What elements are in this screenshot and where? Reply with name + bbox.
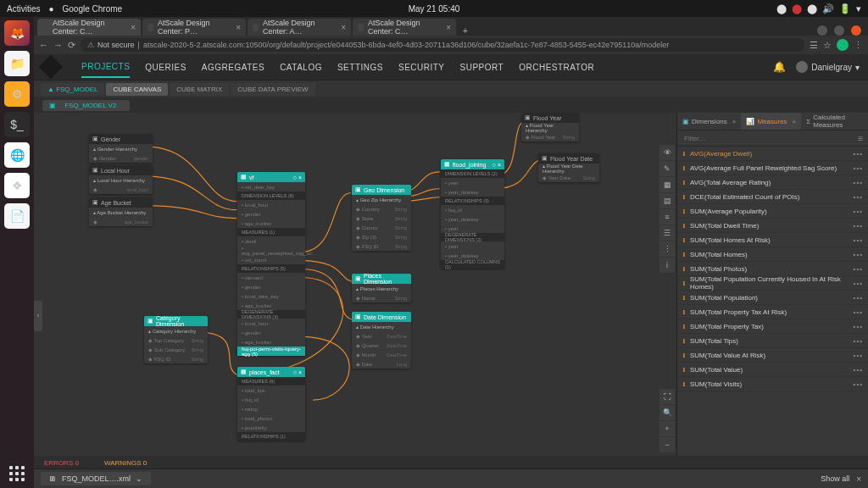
close-window-icon[interactable]	[851, 25, 861, 36]
doc-icon[interactable]: 📄	[4, 203, 30, 229]
measure-item[interactable]: ⫾SUM(Total Dwell Time)•••	[677, 219, 868, 233]
more-icon[interactable]: •••	[854, 308, 863, 316]
close-icon[interactable]: ×	[341, 23, 346, 32]
nav-support[interactable]: SUPPORT	[460, 63, 504, 72]
nav-projects[interactable]: PROJECTS	[81, 62, 130, 78]
firefox-icon[interactable]: 🦊	[4, 20, 30, 46]
measure-item[interactable]: ⫾SUM(Total Value At Risk)•••	[677, 348, 868, 363]
node-flood-year-date[interactable]: ▣Flood Year Date ▴ Flood Year Date Hiera…	[538, 153, 599, 182]
more-icon[interactable]: •••	[854, 366, 863, 374]
node-local-hour[interactable]: ▣Local Hour ▴ Local Hour Hierarchy ◆loca…	[89, 165, 153, 194]
more-icon[interactable]: •••	[854, 236, 863, 244]
cube-canvas[interactable]: ›	[34, 113, 676, 488]
more-icon[interactable]: •••	[854, 179, 863, 186]
zoom-out-icon[interactable]: −	[659, 437, 675, 452]
node-date[interactable]: ▣Date Dimension ▴ Date Hierarchy ◆ YearD…	[352, 312, 411, 369]
node-vf[interactable]: ▦vf○ × • vst_date_keyDIMENSION LEVELS (8…	[237, 172, 305, 356]
list-icon[interactable]: ☰	[659, 225, 675, 241]
download-item[interactable]: 🗎 FSQ_MODEL….xml⌄	[41, 472, 151, 485]
measure-item[interactable]: ⫾DCE(Total Estimated Count of POIs)•••	[677, 190, 868, 204]
close-icon[interactable]: ×	[446, 23, 451, 32]
measure-item[interactable]: ⫾SUM(Total Visits)•••	[677, 377, 868, 391]
node-flood-joining[interactable]: ▦flood_joining○ × DIMENSION LEVELS (2)• …	[441, 159, 504, 269]
clock[interactable]: May 21 05:40	[409, 4, 460, 14]
chrome-icon[interactable]: 🌐	[4, 142, 30, 168]
nav-orchestrator[interactable]: ORCHESTRATOR	[519, 63, 594, 72]
tab-cube-matrix[interactable]: CUBE MATRIX	[170, 83, 229, 96]
cube-chip[interactable]: ▣ FSQ_MODEL V2	[42, 100, 130, 111]
more-icon[interactable]: •••	[854, 352, 863, 359]
nav-queries[interactable]: QUERIES	[145, 63, 186, 72]
activities[interactable]: Activities	[7, 4, 40, 14]
measure-item[interactable]: ⫾SUM(Total Homes)•••	[677, 247, 868, 262]
more-icon[interactable]: •••	[854, 380, 863, 388]
status-icons[interactable]: ⬤⬤⬤🔊🔋▾	[776, 3, 861, 14]
filter-input[interactable]	[682, 134, 858, 143]
node-category[interactable]: ▣Category Dimension ▴ Category Hierarchy…	[144, 316, 208, 363]
new-tab-button[interactable]: +	[458, 26, 473, 36]
maximize-icon[interactable]	[834, 25, 844, 36]
more-icon[interactable]: •••	[854, 208, 863, 215]
minimize-icon[interactable]	[817, 25, 827, 36]
zoom-in-icon[interactable]: +	[659, 421, 675, 436]
more-icon[interactable]: •••	[854, 222, 863, 230]
table-icon[interactable]: ▤	[659, 193, 675, 208]
eye-icon[interactable]: 👁	[659, 145, 675, 160]
measure-item[interactable]: ⫾AVG(Average Dwell)•••	[677, 147, 868, 161]
measure-item[interactable]: ⫾AVG(Average Full Panel Reweighted Sag S…	[677, 161, 868, 175]
close-bar-icon[interactable]: ×	[856, 474, 861, 484]
show-all-button[interactable]: Show all	[821, 474, 849, 483]
browser-tab[interactable]: AtScale Design Center: C…×	[353, 19, 456, 36]
warnings-count[interactable]: WARNINGS 0	[104, 459, 147, 467]
more-icon[interactable]: •••	[854, 265, 863, 273]
measure-item[interactable]: ⫾SUM(Total Tips)•••	[677, 334, 868, 348]
forward-icon[interactable]: →	[53, 40, 63, 50]
reload-icon[interactable]: ⟳	[68, 40, 75, 51]
node-age-bucket[interactable]: ▣Age Bucket ▴ Age Bucket Hierarchy ◆age_…	[89, 197, 153, 226]
more-icon[interactable]: •••	[854, 193, 863, 201]
more-icon[interactable]: •••	[854, 164, 863, 172]
extensions-icon[interactable]: ☰	[810, 40, 818, 51]
node-gender[interactable]: ▣Gender ▴ Gender Hierarchy ◆ Gendergende…	[89, 134, 153, 163]
layers-icon[interactable]: ≡	[659, 209, 675, 225]
measure-item[interactable]: ⫾SUM(Total Property Tax)•••	[677, 319, 868, 334]
browser-tab[interactable]: AtScale Design Center: P…×	[142, 19, 246, 36]
files-icon[interactable]: 📁	[4, 51, 30, 76]
profile-icon[interactable]	[837, 39, 849, 51]
info-icon[interactable]: i	[659, 258, 675, 273]
brand-logo[interactable]	[39, 55, 63, 79]
terminal-icon[interactable]: $_	[4, 112, 30, 137]
url-field[interactable]: ⚠ Not secure | atscale-2020-5-2.atscale.…	[81, 38, 804, 52]
gear-icon[interactable]: ≡	[858, 134, 863, 143]
measure-item[interactable]: ⫾AVG(Total Average Rating)•••	[677, 175, 868, 190]
measure-item[interactable]: ⫾SUM(Total Property Tax At Risk)•••	[677, 305, 868, 319]
more-icon[interactable]: •••	[854, 251, 863, 258]
back-icon[interactable]: ←	[39, 40, 48, 50]
expand-panel-icon[interactable]: ›	[34, 301, 42, 331]
measure-item[interactable]: ⫾SUM(Total Population)•••	[677, 291, 868, 305]
bookmark-icon[interactable]: ☆	[823, 40, 832, 51]
more-icon[interactable]: •••	[854, 294, 863, 302]
nav-security[interactable]: SECURITY	[398, 63, 445, 72]
more-icon[interactable]: ⋮	[659, 241, 675, 257]
search-icon[interactable]: 🔍	[659, 405, 675, 420]
pencil-icon[interactable]: ✎	[659, 161, 675, 176]
bell-icon[interactable]: 🔔	[773, 61, 786, 73]
active-app[interactable]: Google Chrome	[63, 4, 123, 14]
browser-tab[interactable]: AtScale Design Center: A…×	[248, 19, 351, 36]
measure-item[interactable]: ⫾SUM(Total Population Currently Housed I…	[677, 276, 868, 291]
nav-aggregates[interactable]: AGGREGATES	[202, 63, 264, 72]
user-menu[interactable]: Danielgray▾	[796, 61, 860, 73]
nav-settings[interactable]: SETTINGS	[337, 63, 383, 72]
tab-cube-data-preview[interactable]: CUBE DATA PREVIEW	[231, 83, 314, 96]
slack-icon[interactable]: ❖	[4, 173, 30, 198]
tab-cube-canvas[interactable]: CUBE CANVAS	[106, 83, 168, 96]
more-icon[interactable]: •••	[854, 150, 863, 158]
close-icon[interactable]: ×	[236, 23, 241, 32]
panel-tab-dimensions[interactable]: ▣Dimensions×	[677, 113, 741, 130]
tab-model[interactable]: ▲ FSQ_MODEL	[41, 83, 104, 96]
panel-tab-calc[interactable]: ΣCalculated Measures	[801, 113, 868, 130]
grid-icon[interactable]: ▦	[659, 177, 675, 192]
fit-icon[interactable]: ⛶	[659, 389, 675, 404]
menu-icon[interactable]: ⋮	[854, 40, 863, 51]
